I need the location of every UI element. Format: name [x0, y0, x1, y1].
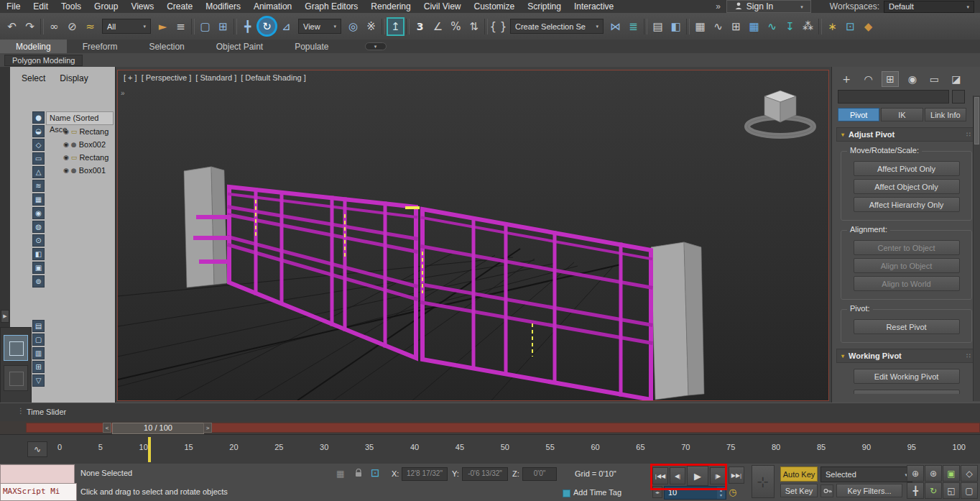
- filter-lights-icon[interactable]: ◇: [32, 139, 45, 151]
- viewcube[interactable]: [739, 75, 824, 145]
- menu-customize[interactable]: Customize: [468, 0, 522, 13]
- scrollbar-thumb[interactable]: [974, 97, 979, 144]
- modify-tab-icon[interactable]: ◠: [860, 71, 877, 87]
- menu-rendering[interactable]: Rendering: [364, 0, 417, 13]
- reference-coordinate-dropdown[interactable]: View ▾: [298, 19, 341, 34]
- zoom-region-icon[interactable]: ▢: [961, 482, 978, 499]
- filter-shapes-icon[interactable]: ◒: [32, 125, 45, 137]
- explorer-row[interactable]: ◉ ▭ Rectang: [46, 151, 114, 164]
- angle-snap-icon[interactable]: ∠: [429, 17, 447, 36]
- zoom-extents-icon[interactable]: ▣: [943, 465, 960, 482]
- filter-cameras-icon[interactable]: ▭: [32, 152, 45, 165]
- explorer-tab-display[interactable]: Display: [60, 73, 88, 83]
- explorer-filter-funnel-icon[interactable]: ▽: [32, 374, 45, 387]
- track-bar[interactable]: ∿ 05101520253035404550556065707580859095…: [0, 434, 980, 465]
- menu-views[interactable]: Views: [124, 0, 160, 13]
- set-key-button[interactable]: Set Key: [780, 484, 818, 497]
- visibility-eye-icon[interactable]: ◉: [63, 167, 69, 174]
- spinner-up-icon[interactable]: ▴: [720, 488, 722, 493]
- viewport-layout-tab-1[interactable]: [4, 335, 28, 361]
- visibility-eye-icon[interactable]: ◉: [63, 154, 69, 161]
- previous-frame-arrow-button[interactable]: <: [103, 423, 111, 433]
- named-selection-set-dropdown[interactable]: Create Selection Se ▾: [510, 19, 604, 34]
- filter-groups-icon[interactable]: ▦: [32, 193, 45, 206]
- display-tab-icon[interactable]: ▭: [925, 71, 943, 87]
- sign-in-dropdown[interactable]: Sign In ▾: [726, 0, 811, 13]
- layer-explorer-icon[interactable]: ▤: [649, 17, 667, 36]
- z-coordinate-field[interactable]: 0'0": [522, 467, 557, 481]
- object-color-swatch[interactable]: [952, 90, 965, 104]
- play-animation-button[interactable]: ▶: [687, 466, 708, 486]
- align-to-object-button[interactable]: Align to Object: [854, 258, 960, 273]
- render-download-icon[interactable]: ↧: [781, 17, 799, 36]
- viewport-pov-menu[interactable]: [ Perspective ]: [142, 73, 192, 82]
- frame-spinner[interactable]: ▴ ▾: [717, 487, 725, 499]
- filter-xrefs-icon[interactable]: ◉: [32, 207, 45, 219]
- filter-materials-icon[interactable]: ◧: [32, 248, 45, 260]
- select-object-icon[interactable]: ►: [154, 17, 172, 36]
- center-to-object-button[interactable]: Center to Object: [854, 240, 960, 255]
- hierarchy-tab-icon[interactable]: ⊞: [882, 71, 899, 87]
- orbit-icon[interactable]: ↻: [925, 482, 942, 499]
- window-crossing-toggle-icon[interactable]: ⊞: [214, 17, 232, 36]
- ribbon-tab-freeform[interactable]: Freeform: [67, 40, 134, 53]
- select-and-scale-icon[interactable]: ⊿: [277, 17, 295, 36]
- adjust-pivot-rollout-header[interactable]: ▾ Adjust Pivot ∷: [836, 127, 976, 142]
- select-and-link-icon[interactable]: ∞: [45, 17, 63, 36]
- scatter-icon[interactable]: ⁂: [799, 17, 817, 36]
- menubar-overflow-icon[interactable]: »: [710, 1, 726, 12]
- object-name-field[interactable]: [838, 90, 949, 104]
- undo-icon[interactable]: ↶: [3, 17, 21, 36]
- redo-icon[interactable]: ↷: [21, 17, 39, 36]
- affect-object-only-button[interactable]: Affect Object Only: [854, 179, 960, 194]
- reset-pivot-button[interactable]: Reset Pivot: [854, 319, 960, 334]
- edit-named-selection-sets-icon[interactable]: { }: [489, 17, 507, 36]
- ribbon-tab-object-paint[interactable]: Object Paint: [200, 40, 279, 53]
- macro-recorder-pane[interactable]: [0, 464, 75, 484]
- menu-interactive[interactable]: Interactive: [568, 0, 620, 13]
- viewport[interactable]: [ + ] [ Perspective ] [ Standard ] [ Def…: [117, 70, 829, 401]
- edit-working-pivot-button[interactable]: Edit Working Pivot: [854, 369, 960, 384]
- x-coordinate-field[interactable]: 12'8 17/32": [402, 467, 448, 481]
- menu-group[interactable]: Group: [88, 0, 124, 13]
- explorer-list-view-icon[interactable]: ▤: [32, 320, 45, 332]
- ribbon-tab-modeling[interactable]: Modeling: [0, 40, 67, 53]
- ribbon-tab-selection[interactable]: Selection: [133, 40, 200, 53]
- mirror-icon[interactable]: ⋈: [606, 17, 624, 36]
- filter-frozen-icon[interactable]: ▣: [32, 262, 45, 274]
- time-slider-handle[interactable]: 10 / 100: [112, 423, 204, 434]
- menu-animation[interactable]: Animation: [247, 0, 298, 13]
- menu-scripting[interactable]: Scripting: [521, 0, 568, 13]
- render-setup-icon[interactable]: ∗: [823, 17, 841, 36]
- selection-lock-icon[interactable]: [355, 469, 362, 479]
- render-production-icon[interactable]: ◆: [859, 17, 877, 36]
- rendered-frame-icon[interactable]: ⊡: [841, 17, 859, 36]
- set-key-icon-button[interactable]: [820, 484, 833, 497]
- ribbon-tab-populate[interactable]: Populate: [279, 40, 344, 53]
- selection-filter-dropdown[interactable]: All ▾: [102, 19, 151, 34]
- align-to-world-button[interactable]: Align to World: [854, 276, 960, 291]
- partially-visible-button[interactable]: [854, 390, 960, 394]
- auto-key-button[interactable]: Auto Key: [780, 466, 818, 482]
- scene-explorer-toggle-icon[interactable]: ◧: [667, 17, 685, 36]
- explorer-grid-view-icon[interactable]: ▢: [32, 334, 45, 346]
- zoom-all-icon[interactable]: ⊛: [925, 465, 942, 482]
- workspace-dropdown[interactable]: Default ▾: [884, 1, 974, 13]
- visibility-eye-icon[interactable]: ◉: [63, 128, 69, 135]
- current-frame-field[interactable]: 10 ▴ ▾: [664, 486, 726, 500]
- percent-snap-icon[interactable]: %: [447, 17, 465, 36]
- field-of-view-icon[interactable]: ◇: [961, 465, 978, 482]
- link-info-tab[interactable]: Link Info: [925, 108, 966, 121]
- maxscript-mini-listener[interactable]: MAXScript Mi: [0, 483, 77, 501]
- viewport-shading-menu[interactable]: [ Default Shading ]: [241, 73, 306, 82]
- viewport-layout-tab-2[interactable]: [4, 365, 28, 391]
- isolate-selection-icon[interactable]: ▦: [336, 469, 344, 479]
- explorer-box-icon[interactable]: ⊞: [32, 361, 45, 373]
- explorer-columns-icon[interactable]: ▥: [32, 347, 45, 359]
- filter-containers-icon[interactable]: ⊙: [32, 234, 45, 247]
- menu-modifiers[interactable]: Modifiers: [199, 0, 247, 13]
- go-to-start-button[interactable]: |◀◀: [652, 467, 668, 484]
- affect-pivot-only-button[interactable]: Affect Pivot Only: [854, 161, 960, 176]
- panel-expand-arrow-button[interactable]: ▶: [1, 310, 9, 323]
- explorer-row[interactable]: ◉ ▭ Rectang: [46, 125, 114, 138]
